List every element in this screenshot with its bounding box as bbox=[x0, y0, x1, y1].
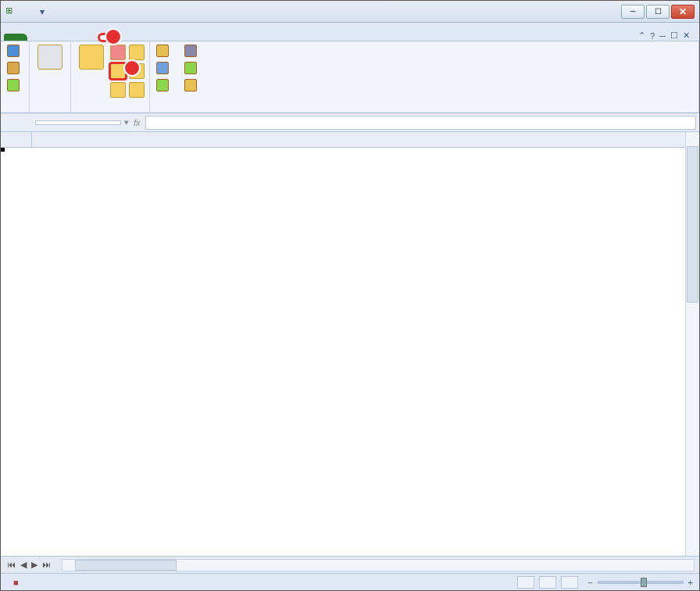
spelling-icon bbox=[7, 45, 20, 57]
fx-icon[interactable]: fx bbox=[129, 118, 145, 127]
sheet-last-icon[interactable]: ⏭ bbox=[41, 560, 52, 570]
protect-share-button[interactable] bbox=[183, 43, 202, 59]
sheet-tab-bar: ⏮ ◀ ▶ ⏭ bbox=[1, 556, 699, 573]
zoom-handle[interactable] bbox=[641, 578, 647, 587]
tab-file[interactable] bbox=[4, 34, 27, 41]
group-comments bbox=[71, 41, 150, 113]
workbook-restore-icon[interactable]: ☐ bbox=[670, 30, 678, 41]
tab-pagelayout[interactable] bbox=[57, 34, 71, 41]
tab-formulas[interactable] bbox=[71, 34, 85, 41]
close-button[interactable]: ✕ bbox=[671, 5, 695, 19]
sheet-first-icon[interactable]: ⏮ bbox=[5, 560, 17, 570]
view-pagelayout-button[interactable] bbox=[539, 576, 556, 589]
name-box[interactable] bbox=[35, 120, 121, 125]
track-changes-icon bbox=[184, 79, 197, 91]
tab-developer[interactable] bbox=[127, 34, 141, 41]
ribbon-min-icon[interactable]: ⌃ bbox=[638, 30, 645, 41]
tab-insert[interactable] bbox=[43, 34, 57, 41]
sheet-prev-icon[interactable]: ◀ bbox=[19, 560, 28, 570]
vscroll-thumb[interactable] bbox=[687, 146, 698, 303]
horizontal-scrollbar[interactable] bbox=[62, 559, 695, 571]
ribbon-help-area: ⌃ ? ─ ☐ ✕ bbox=[638, 30, 696, 41]
maximize-button[interactable]: ☐ bbox=[646, 5, 670, 19]
protect-sheet-button[interactable] bbox=[155, 43, 173, 59]
formula-bar: ▾ fx bbox=[1, 113, 699, 132]
zoom-in-button[interactable]: + bbox=[688, 578, 693, 587]
share-workbook-icon bbox=[156, 79, 169, 91]
toggle-comment-button[interactable] bbox=[129, 82, 145, 98]
status-bar: ■ − + bbox=[1, 573, 699, 590]
tab-foxit[interactable] bbox=[155, 34, 170, 41]
protect-share-icon bbox=[184, 45, 197, 57]
hscroll-thumb[interactable] bbox=[75, 560, 177, 571]
protect-sheet-icon bbox=[156, 45, 169, 57]
tab-addins[interactable] bbox=[141, 34, 155, 41]
delete-comment-button[interactable] bbox=[110, 45, 126, 60]
new-comment-icon bbox=[79, 45, 104, 70]
worksheet-grid[interactable] bbox=[1, 132, 699, 556]
sheet-next-icon[interactable]: ▶ bbox=[30, 560, 39, 570]
tab-home[interactable] bbox=[29, 34, 43, 41]
select-all-corner[interactable] bbox=[1, 132, 32, 147]
prev-comment-button[interactable] bbox=[110, 82, 126, 98]
quick-access-toolbar: ▾ bbox=[21, 6, 45, 17]
title-bar: ⊞ ▾ ─ ☐ ✕ bbox=[1, 1, 699, 23]
window-controls: ─ ☐ ✕ bbox=[621, 5, 695, 19]
group-changes bbox=[150, 41, 699, 113]
view-normal-button[interactable] bbox=[517, 576, 534, 589]
view-pagebreak-button[interactable] bbox=[561, 576, 578, 589]
macro-record-icon[interactable]: ■ bbox=[13, 578, 19, 587]
grid-rows bbox=[1, 148, 699, 556]
tab-review[interactable] bbox=[99, 34, 113, 41]
column-headers bbox=[1, 132, 699, 148]
vertical-scrollbar[interactable] bbox=[685, 132, 699, 556]
qat-more-icon[interactable]: ▾ bbox=[40, 6, 45, 17]
workbook-min-icon[interactable]: ─ bbox=[659, 31, 666, 41]
show-all-comments-button[interactable] bbox=[110, 63, 126, 79]
ribbon-body bbox=[1, 41, 699, 113]
group-comments-label bbox=[76, 109, 145, 113]
zoom-out-button[interactable]: − bbox=[588, 578, 592, 587]
research-button[interactable] bbox=[5, 60, 24, 76]
ribbon-tabs: ⌃ ? ─ ☐ ✕ bbox=[1, 23, 699, 41]
protect-workbook-icon bbox=[156, 62, 169, 74]
minimize-button[interactable]: ─ bbox=[621, 5, 645, 19]
sheet-nav: ⏮ ◀ ▶ ⏭ bbox=[1, 560, 57, 570]
group-spelling-label bbox=[5, 109, 24, 113]
allow-ranges-button[interactable] bbox=[183, 60, 202, 76]
formula-input[interactable] bbox=[145, 116, 696, 130]
thesaurus-icon bbox=[7, 79, 20, 91]
group-language bbox=[30, 41, 71, 113]
protect-workbook-button[interactable] bbox=[155, 60, 173, 76]
zoom-slider[interactable] bbox=[598, 581, 684, 584]
callout-badge-1 bbox=[105, 28, 122, 45]
next-comment-button[interactable] bbox=[129, 45, 145, 60]
group-changes-label bbox=[155, 109, 694, 113]
callout-badge-2 bbox=[123, 59, 141, 77]
tab-data[interactable] bbox=[85, 34, 99, 41]
workbook-close-icon[interactable]: ✕ bbox=[683, 30, 690, 41]
thesaurus-button[interactable] bbox=[5, 77, 24, 93]
group-spelling bbox=[1, 41, 30, 113]
excel-icon: ⊞ bbox=[5, 5, 18, 18]
translate-icon bbox=[38, 45, 62, 70]
allow-ranges-icon bbox=[184, 62, 197, 74]
share-workbook-button[interactable] bbox=[155, 77, 173, 93]
help-icon[interactable]: ? bbox=[650, 31, 655, 41]
spelling-button[interactable] bbox=[5, 43, 24, 59]
tab-abbyy[interactable] bbox=[170, 34, 184, 41]
new-comment-button[interactable] bbox=[76, 43, 107, 73]
translate-button[interactable] bbox=[34, 43, 66, 73]
research-icon bbox=[7, 62, 20, 74]
track-changes-button[interactable] bbox=[183, 77, 202, 93]
group-language-label bbox=[34, 109, 66, 113]
